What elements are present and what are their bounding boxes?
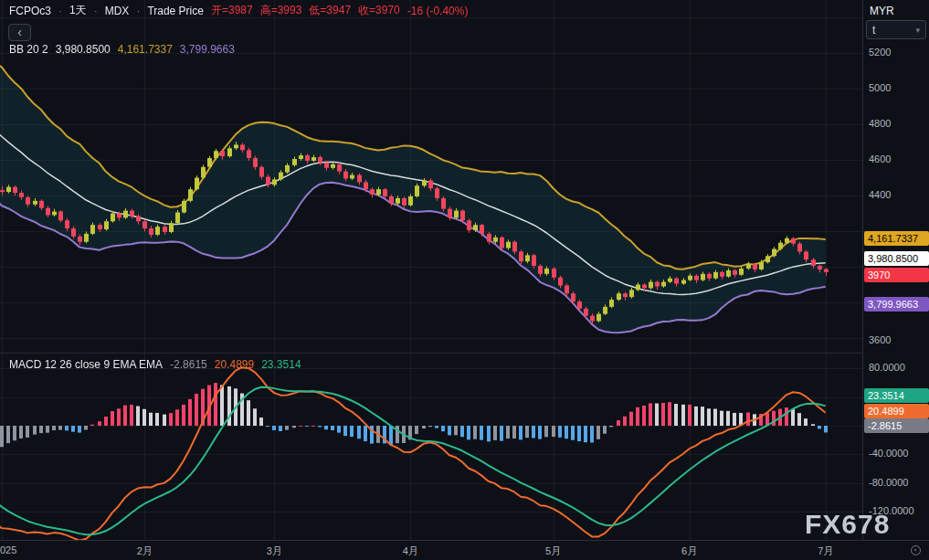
- macd-line-value-label: 20.4899: [864, 404, 929, 418]
- exchange-label: MDX: [105, 5, 130, 17]
- bb-lower-price-label: 3,799.9663: [864, 297, 929, 312]
- chart-area[interactable]: FCPOc3 · 1天 · MDX · Trade Price 开=3987 高…: [0, 0, 862, 540]
- settings-gear-icon[interactable]: [911, 545, 922, 556]
- ohlc-low: 低=3947: [309, 3, 351, 18]
- separator-dot: ·: [136, 5, 140, 17]
- trading-chart-app: FCPOc3 · 1天 · MDX · Trade Price 开=3987 高…: [0, 0, 929, 560]
- time-tick: 6月: [681, 544, 697, 558]
- symbol-legend: FCPOc3 · 1天 · MDX · Trade Price 开=3987 高…: [9, 3, 468, 18]
- separator-dot: ·: [58, 5, 62, 17]
- price-tick: 4400: [869, 189, 891, 200]
- time-tick: 025: [0, 544, 16, 555]
- price-tick: 5200: [869, 47, 891, 58]
- fx678-watermark: FX678: [805, 509, 890, 540]
- macd-line-value: 20.4899: [215, 358, 254, 371]
- ohlc-open: 开=3987: [211, 3, 253, 18]
- time-ticks: 0252月3月4月5月6月7月: [0, 541, 862, 560]
- separator-dot: ·: [94, 5, 98, 17]
- ohlc-high: 高=3993: [260, 3, 302, 18]
- macd-signal-value: 23.3514: [261, 358, 301, 371]
- time-tick: 7月: [818, 544, 833, 558]
- chevron-down-icon: ▾: [915, 26, 920, 35]
- bb-upper-value: 4,161.7337: [118, 43, 173, 56]
- price-tick: 4600: [869, 153, 891, 164]
- price-axis[interactable]: MYR t ▾ 52005000480046004400360080.0000-…: [862, 0, 929, 540]
- macd-title: MACD 12 26 close 9 EMA EMA: [9, 358, 163, 371]
- back-button[interactable]: ‹: [8, 24, 31, 41]
- price-tick: 3600: [869, 334, 891, 345]
- bb-basis-value: 3,980.8500: [56, 43, 111, 56]
- macd-tick: -40.0000: [869, 448, 908, 459]
- macd-tick: 80.0000: [869, 362, 905, 373]
- time-tick: 2月: [137, 544, 153, 558]
- unit-dropdown[interactable]: t ▾: [866, 20, 926, 39]
- time-tick: 4月: [403, 544, 418, 558]
- macd-hist-value-label: -2.8615: [864, 418, 929, 433]
- time-tick: 3月: [267, 544, 282, 558]
- interval-label[interactable]: 1天: [69, 3, 87, 18]
- price-tick: 5000: [869, 82, 891, 93]
- change-label: -16 (-0.40%): [407, 5, 469, 17]
- price-tick: 4800: [869, 118, 891, 129]
- ohlc-close: 收=3970: [358, 3, 400, 18]
- pane-divider[interactable]: [0, 353, 862, 354]
- macd-legend[interactable]: MACD 12 26 close 9 EMA EMA -2.8615 20.48…: [9, 358, 301, 371]
- bollinger-legend[interactable]: BB 20 2 3,980.8500 4,161.7337 3,799.9663: [9, 43, 235, 56]
- bb-basis-price-label: 3,980.8500: [864, 251, 929, 266]
- symbol-name[interactable]: FCPOc3: [9, 5, 51, 17]
- chevron-left-icon: ‹: [17, 25, 22, 39]
- macd-hist-value: -2.8615: [170, 358, 207, 371]
- series-type-label: Trade Price: [147, 5, 204, 17]
- unit-value: t: [872, 24, 875, 37]
- time-axis[interactable]: 0252月3月4月5月6月7月: [0, 540, 929, 560]
- bb-title: BB 20 2: [9, 43, 48, 56]
- macd-signal-value-label: 23.3514: [864, 388, 929, 403]
- bb-lower-value: 3,799.9663: [180, 43, 235, 56]
- macd-chart-canvas[interactable]: [0, 353, 862, 540]
- macd-tick: -80.0000: [869, 477, 908, 488]
- currency-selector[interactable]: MYR: [870, 5, 894, 17]
- bb-upper-price-label: 4,161.7337: [864, 231, 929, 246]
- time-tick: 5月: [545, 544, 561, 558]
- last-price-label: 3970: [864, 268, 929, 282]
